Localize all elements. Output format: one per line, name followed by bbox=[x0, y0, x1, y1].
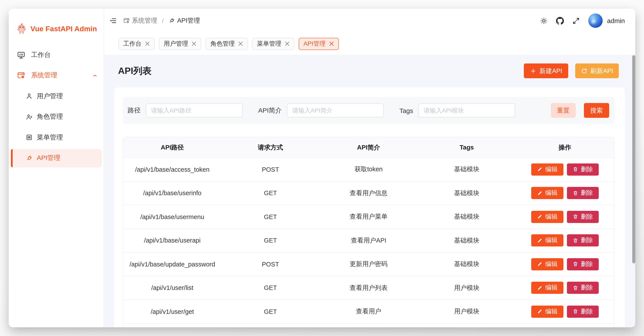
cell-summary: 查看用户 bbox=[320, 300, 418, 323]
tab-users[interactable]: 用户管理 bbox=[159, 38, 201, 50]
tab-label: 菜单管理 bbox=[257, 40, 281, 48]
trash-icon bbox=[572, 285, 578, 291]
edit-button[interactable]: 编辑 bbox=[531, 282, 564, 294]
pencil-icon bbox=[537, 238, 543, 243]
sidebar-item-users[interactable]: 用户管理 bbox=[11, 87, 102, 105]
summary-input[interactable] bbox=[287, 103, 384, 117]
edit-button[interactable]: 编辑 bbox=[531, 234, 564, 247]
sidebar-item-label: 系统管理 bbox=[31, 71, 57, 80]
table-row: /api/v1/base/userapi GET 查看用户API 基础模块 编辑… bbox=[123, 228, 614, 252]
tab-api[interactable]: API管理 bbox=[299, 38, 338, 50]
filter-bar: 路径 API简介 Tags 重置 搜索 bbox=[123, 97, 614, 124]
sidebar-item-api[interactable]: API管理 bbox=[11, 149, 102, 167]
sidebar-menu: 工作台 系统管理 bbox=[9, 46, 104, 167]
close-icon[interactable] bbox=[145, 41, 150, 46]
table-row: /api/v1/user/get GET 查看用户 用户模块 编辑 删除 bbox=[123, 300, 614, 323]
delete-button[interactable]: 删除 bbox=[567, 211, 599, 223]
tab-roles[interactable]: 角色管理 bbox=[206, 38, 248, 50]
api-list-card: 路径 API简介 Tags 重置 搜索 bbox=[114, 87, 625, 327]
table-row: /api/v1/user/list GET 查看用户列表 用户模块 编辑 删除 bbox=[123, 276, 614, 300]
cell-tags: 基础模块 bbox=[418, 229, 516, 252]
chick-logo-icon bbox=[16, 23, 27, 34]
table-row-partial bbox=[123, 323, 614, 327]
cell-method: POST bbox=[222, 158, 320, 181]
pencil-icon bbox=[537, 167, 543, 172]
cell-path: /api/v1/user/list bbox=[123, 276, 222, 300]
cell-path: /api/v1/base/access_token bbox=[123, 158, 222, 181]
tab-menus[interactable]: 菜单管理 bbox=[252, 38, 294, 50]
vertical-scrollbar[interactable] bbox=[632, 55, 635, 263]
app-logo[interactable]: Vue FastAPI Admin bbox=[16, 23, 104, 34]
delete-button[interactable]: 删除 bbox=[567, 306, 599, 318]
tags-input[interactable] bbox=[418, 103, 515, 117]
list-icon bbox=[26, 134, 32, 141]
app-title: Vue FastAPI Admin bbox=[30, 24, 97, 33]
sidebar-item-workbench[interactable]: 工作台 bbox=[11, 46, 102, 64]
avatar bbox=[588, 13, 603, 28]
pencil-icon bbox=[537, 214, 543, 220]
path-input[interactable] bbox=[146, 103, 242, 117]
close-icon[interactable] bbox=[285, 41, 290, 46]
pencil-icon bbox=[537, 285, 543, 291]
delete-button[interactable]: 删除 bbox=[567, 282, 599, 294]
trash-icon bbox=[572, 190, 578, 196]
cell-method: GET bbox=[222, 276, 320, 300]
table-row: /api/v1/base/access_token POST 获取token 基… bbox=[123, 157, 614, 181]
sidebar-item-label: 菜单管理 bbox=[37, 133, 63, 142]
trash-icon bbox=[572, 309, 578, 315]
cell-tags: 用户模块 bbox=[418, 300, 516, 323]
trash-icon bbox=[572, 214, 578, 220]
close-icon[interactable] bbox=[238, 41, 243, 46]
collapse-sidebar-icon[interactable] bbox=[109, 17, 117, 24]
sidebar-item-label: 工作台 bbox=[31, 51, 51, 59]
cell-method: POST bbox=[222, 253, 320, 276]
cell-summary: 查看用户菜单 bbox=[320, 205, 418, 228]
tab-workbench[interactable]: 工作台 bbox=[118, 38, 154, 50]
sidebar-item-menus[interactable]: 菜单管理 bbox=[11, 128, 102, 147]
column-header: API简介 bbox=[320, 137, 418, 157]
github-icon[interactable] bbox=[556, 17, 564, 24]
trash-icon bbox=[572, 167, 578, 172]
sidebar-item-system[interactable]: 系统管理 bbox=[11, 66, 102, 85]
edit-button[interactable]: 编辑 bbox=[531, 164, 564, 175]
close-icon[interactable] bbox=[192, 41, 196, 46]
sidebar-item-roles[interactable]: 角色管理 bbox=[11, 108, 102, 126]
delete-button[interactable]: 删除 bbox=[567, 164, 599, 175]
refresh-api-button[interactable]: 刷新API bbox=[575, 63, 619, 78]
cell-tags: 用户模块 bbox=[418, 276, 516, 300]
edit-button[interactable]: 编辑 bbox=[531, 306, 564, 318]
cell-path: /api/v1/user/get bbox=[123, 300, 222, 323]
create-api-button[interactable]: 新建API bbox=[524, 63, 568, 78]
window-gear-icon bbox=[123, 17, 130, 24]
api-table: API路径 请求方式 API简介 Tags 操作 /api/v1/base/ac… bbox=[123, 137, 614, 327]
edit-button[interactable]: 编辑 bbox=[531, 258, 564, 270]
breadcrumb-item-api[interactable]: API管理 bbox=[168, 16, 200, 25]
theme-toggle-sun-icon[interactable] bbox=[540, 17, 548, 24]
close-icon[interactable] bbox=[329, 41, 334, 46]
plus-icon bbox=[530, 68, 536, 74]
delete-button[interactable]: 删除 bbox=[567, 234, 599, 247]
user-name: admin bbox=[607, 17, 625, 24]
breadcrumb: 系统管理 / API管理 bbox=[123, 16, 200, 25]
tab-label: 用户管理 bbox=[164, 40, 188, 48]
breadcrumb-item-system[interactable]: 系统管理 bbox=[123, 16, 157, 25]
cell-tags: 基础模块 bbox=[418, 181, 516, 205]
search-button[interactable]: 搜索 bbox=[584, 103, 609, 118]
monitor-icon bbox=[17, 51, 25, 59]
plug-icon bbox=[168, 17, 175, 24]
edit-button[interactable]: 编辑 bbox=[531, 211, 564, 223]
user-menu[interactable]: admin bbox=[588, 13, 625, 28]
edit-button[interactable]: 编辑 bbox=[531, 187, 564, 199]
reset-button[interactable]: 重置 bbox=[551, 103, 576, 118]
fullscreen-icon[interactable] bbox=[572, 17, 580, 24]
cell-method: GET bbox=[222, 205, 320, 228]
tags-label: Tags bbox=[399, 107, 413, 114]
cell-tags: 基础模块 bbox=[418, 158, 516, 181]
delete-button[interactable]: 删除 bbox=[567, 258, 599, 270]
column-header: API路径 bbox=[123, 137, 222, 157]
cell-summary: 获取token bbox=[320, 158, 418, 181]
delete-button[interactable]: 删除 bbox=[567, 187, 599, 199]
person-chevron-icon bbox=[26, 113, 32, 120]
desktop-background: Vue FastAPI Admin 工作台 bbox=[0, 0, 644, 336]
topbar: 系统管理 / API管理 bbox=[104, 9, 635, 33]
